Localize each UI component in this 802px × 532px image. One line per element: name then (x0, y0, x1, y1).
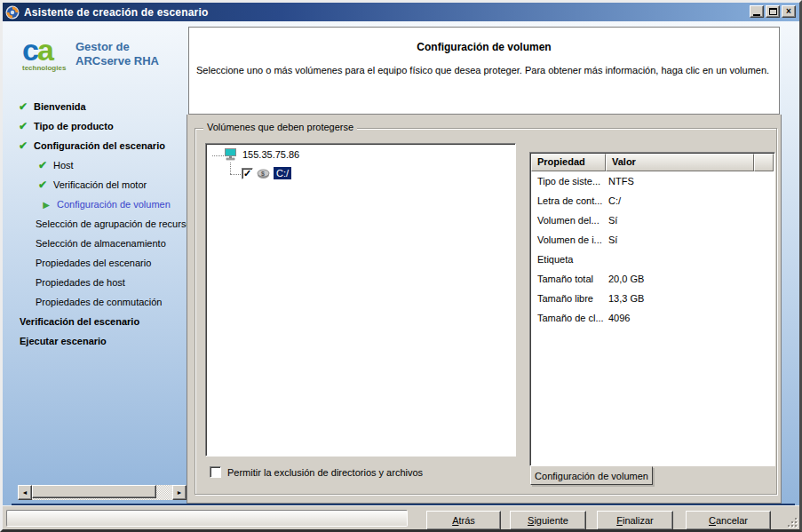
volumes-tree[interactable]: 155.35.75.86 ✓ $ C:/ (205, 143, 516, 457)
property-name: Tipo de siste... (531, 176, 606, 187)
host-label: 155.35.75.86 (242, 149, 299, 160)
property-value: 13,3 GB (606, 293, 644, 304)
logo-letter-c: c (22, 33, 37, 67)
step-label: Verificación del motor (53, 179, 147, 190)
logo-technologies-text: technologies (22, 64, 70, 72)
step-configuracion-del-escenario: ✔ Configuración del escenario (17, 139, 165, 153)
minimize-icon (753, 14, 760, 16)
window-title: Asistente de creación de escenario (24, 6, 209, 19)
tree-connector (230, 174, 241, 175)
step-seleccion-agrupacion-recursos: Selección de agrupación de recursos (36, 217, 196, 231)
step-label: Tipo de producto (34, 121, 114, 131)
property-value: 4096 (606, 313, 630, 323)
property-name: Etiqueta (531, 254, 606, 265)
wizard-window: Asistente de creación de escenario × ca … (0, 0, 802, 532)
app-icon (5, 5, 20, 20)
maximize-icon (769, 8, 777, 15)
step-verificacion-del-escenario: Verificación del escenario (20, 314, 139, 329)
page-title: Configuración de volumen (189, 41, 779, 53)
property-name: Tamaño total (531, 274, 606, 284)
scrollbar-thumb[interactable] (32, 485, 156, 498)
property-value: 20,0 GB (606, 274, 644, 284)
property-value: Sí (606, 234, 617, 245)
finish-button[interactable]: Finalizar (597, 511, 673, 530)
property-value: Sí (606, 215, 617, 226)
step-verificacion-del-motor: ✔ Verificación del motor (36, 178, 147, 192)
tree-connector (212, 155, 224, 156)
step-label: Propiedades de conmutación (36, 297, 162, 307)
column-header-propiedad[interactable]: Propiedad (531, 154, 606, 171)
step-label: Host (53, 160, 74, 171)
tab-configuracion-de-volumen[interactable]: Configuración de volumen (530, 466, 653, 485)
column-header-valor[interactable]: Valor (606, 154, 754, 171)
property-grid-header: Propiedad Valor (531, 154, 774, 171)
property-row: Volumen de i... Sí (531, 230, 774, 250)
step-label: Ejecutar escenario (20, 336, 107, 346)
check-icon: ✔ (17, 120, 29, 132)
scroll-left-icon: ◄ (22, 489, 28, 496)
current-step-arrow-icon: ▶ (40, 200, 52, 210)
scroll-left-button[interactable]: ◄ (18, 485, 32, 500)
volume-checkbox[interactable]: ✓ (242, 168, 253, 179)
cancel-button[interactable]: Cancelar (686, 511, 771, 530)
property-name: Volumen de i... (531, 234, 606, 245)
volumes-groupbox-label: Volúmenes que deben protegerse (203, 122, 357, 132)
tree-volume-node[interactable]: ✓ $ C:/ (242, 167, 291, 179)
exclusion-checkbox[interactable] (210, 466, 221, 478)
scroll-right-icon: ► (177, 489, 183, 496)
tree-host-node[interactable]: 155.35.75.86 (224, 147, 299, 161)
minimize-button[interactable] (750, 5, 764, 18)
check-icon: ✔ (17, 100, 29, 113)
step-ejecutar-escenario: Ejecutar escenario (20, 334, 107, 348)
step-label: Selección de almacenamiento (36, 238, 166, 249)
step-propiedades-de-conmutacion: Propiedades de conmutación (36, 295, 162, 309)
property-name: Tamaño de cl... (531, 313, 606, 323)
check-icon: ✔ (17, 139, 29, 152)
volume-label-selected[interactable]: C:/ (274, 167, 291, 179)
step-seleccion-almacenamiento: Selección de almacenamiento (36, 236, 166, 250)
step-label: Propiedades de host (36, 277, 125, 288)
step-label: Verificación del escenario (20, 316, 139, 327)
sidebar-horizontal-scrollbar[interactable]: ◄ ► (18, 485, 187, 500)
resize-grip[interactable] (785, 515, 797, 527)
computer-icon (224, 147, 238, 161)
product-line2: ARCserve RHA (75, 54, 159, 68)
property-row: Tamaño libre 13,3 GB (531, 289, 774, 308)
exclusion-option[interactable]: Permitir la exclusión de directorios y a… (210, 466, 423, 478)
status-message-field (6, 510, 408, 527)
svg-text:$: $ (261, 171, 265, 178)
product-line1: Gestor de (75, 40, 159, 54)
step-label: Bienvenida (34, 101, 86, 112)
close-button[interactable]: × (782, 5, 796, 18)
tree-connector (230, 163, 231, 174)
close-icon: × (786, 7, 791, 16)
step-propiedades-del-escenario: Propiedades del escenario (36, 256, 151, 270)
maximize-button[interactable] (766, 5, 780, 18)
property-value: NTFS (606, 176, 634, 187)
step-label: Configuración del escenario (34, 140, 165, 151)
step-label: Propiedades del escenario (36, 258, 151, 268)
property-row: Letra de cont... C:/ (531, 191, 774, 210)
page-header: Configuración de volumen Seleccione uno … (188, 27, 780, 115)
scroll-right-button[interactable]: ► (172, 485, 187, 500)
scrollbar-track[interactable] (32, 485, 172, 500)
tab-label: Configuración de volumen (535, 471, 648, 481)
logo-letter-a: a (37, 33, 52, 67)
step-bienvenida: ✔ Bienvenida (17, 99, 86, 114)
next-button[interactable]: Siguiente (510, 511, 586, 530)
property-row: Tamaño total 20,0 GB (531, 269, 774, 289)
title-bar[interactable]: Asistente de creación de escenario × (3, 3, 799, 21)
property-name: Tamaño libre (531, 293, 606, 304)
column-header-filler (754, 154, 774, 171)
step-tipo-de-producto: ✔ Tipo de producto (17, 119, 114, 133)
property-name: Letra de cont... (531, 195, 606, 206)
step-label: Selección de agrupación de recursos (36, 218, 196, 229)
step-propiedades-de-host: Propiedades de host (36, 275, 125, 290)
check-icon: ✔ (36, 179, 49, 191)
property-row: Volumen del... Sí (531, 210, 774, 230)
property-name: Volumen del... (531, 215, 606, 226)
property-row: Tamaño de cl... 4096 (531, 308, 774, 328)
back-button[interactable]: Atrás (426, 511, 501, 530)
property-value: C:/ (606, 195, 621, 206)
step-configuracion-de-volumen: ▶ Configuración de volumen (40, 197, 171, 211)
